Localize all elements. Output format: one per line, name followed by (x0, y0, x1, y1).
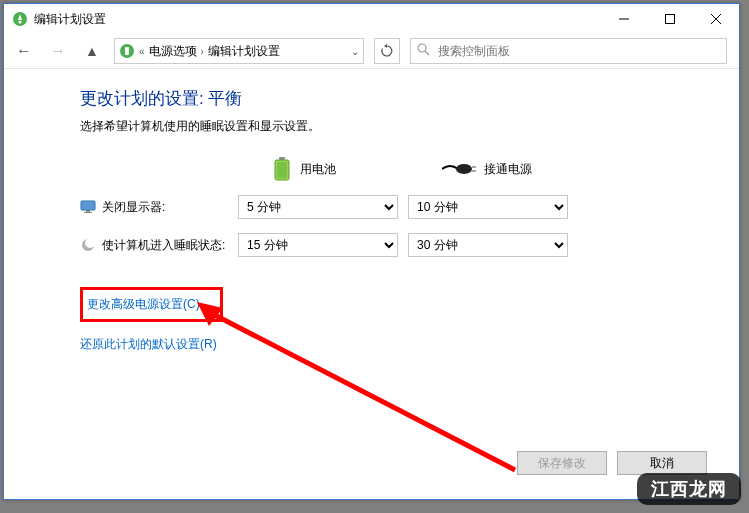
highlight-box: 更改高级电源设置(C) (80, 287, 223, 322)
back-button[interactable]: ← (12, 39, 36, 63)
window-title: 编辑计划设置 (34, 11, 106, 28)
titlebar: 编辑计划设置 (4, 4, 739, 34)
column-header-plugged: 接通电源 (408, 161, 578, 178)
svg-rect-7 (125, 47, 129, 55)
plugged-label: 接通电源 (484, 161, 532, 178)
svg-rect-17 (86, 210, 90, 212)
breadcrumb-dropdown-icon[interactable]: ⌄ (351, 46, 359, 57)
breadcrumb[interactable]: « 电源选项 › 编辑计划设置 ⌄ (114, 38, 364, 64)
close-button[interactable] (693, 4, 739, 34)
content-area: 更改计划的设置: 平衡 选择希望计算机使用的睡眠设置和显示设置。 用电池 (4, 69, 739, 353)
battery-label: 用电池 (300, 161, 336, 178)
svg-rect-3 (666, 15, 675, 24)
save-button[interactable]: 保存修改 (517, 451, 607, 475)
watermark: 江西龙网 (637, 473, 741, 505)
svg-point-13 (456, 164, 472, 174)
window-controls (601, 4, 739, 34)
links-area: 更改高级电源设置(C) 还原此计划的默认设置(R) (80, 287, 739, 353)
restore-defaults-link[interactable]: 还原此计划的默认设置(R) (80, 336, 217, 353)
row-label-sleep: 使计算机进入睡眠状态: (80, 237, 238, 254)
nav-row: ← → ▲ « 电源选项 › 编辑计划设置 ⌄ (4, 34, 739, 68)
refresh-button[interactable] (374, 38, 400, 64)
sleep-label: 使计算机进入睡眠状态: (102, 237, 225, 254)
monitor-icon (80, 199, 96, 215)
display-battery-select[interactable]: 5 分钟 (238, 195, 398, 219)
up-button[interactable]: ▲ (80, 39, 104, 63)
breadcrumb-item-1[interactable]: 电源选项 (149, 43, 197, 60)
bc-sep-icon: « (139, 46, 145, 57)
svg-line-9 (425, 51, 429, 55)
breadcrumb-icon (119, 43, 135, 59)
search-input[interactable] (436, 43, 720, 59)
settings-grid: 用电池 接通电源 关闭显示器: 5 分钟 (80, 157, 739, 257)
search-icon (417, 43, 430, 59)
svg-point-8 (418, 44, 426, 52)
minimize-button[interactable] (601, 4, 647, 34)
svg-point-1 (19, 21, 22, 24)
svg-rect-16 (81, 201, 95, 210)
breadcrumb-item-2[interactable]: 编辑计划设置 (208, 43, 280, 60)
sleep-battery-select[interactable]: 15 分钟 (238, 233, 398, 257)
cancel-button[interactable]: 取消 (617, 451, 707, 475)
svg-rect-12 (277, 162, 287, 178)
sleep-plugged-select[interactable]: 30 分钟 (408, 233, 568, 257)
chevron-right-icon: › (201, 46, 204, 57)
app-icon (12, 11, 28, 27)
forward-button[interactable]: → (46, 39, 70, 63)
plug-icon (442, 161, 476, 177)
moon-icon (80, 237, 96, 253)
display-off-label: 关闭显示器: (102, 199, 165, 216)
page-subtext: 选择希望计算机使用的睡眠设置和显示设置。 (80, 118, 739, 135)
svg-point-20 (85, 238, 95, 248)
search-box[interactable] (410, 38, 727, 64)
column-header-battery: 用电池 (238, 157, 408, 181)
battery-icon (272, 157, 292, 181)
row-label-display: 关闭显示器: (80, 199, 238, 216)
window-frame: 编辑计划设置 ← → ▲ « 电源选项 › 编辑计划设置 ⌄ (3, 3, 740, 500)
advanced-settings-link[interactable]: 更改高级电源设置(C) (87, 296, 200, 313)
display-plugged-select[interactable]: 10 分钟 (408, 195, 568, 219)
maximize-button[interactable] (647, 4, 693, 34)
page-heading: 更改计划的设置: 平衡 (80, 87, 739, 110)
svg-rect-18 (84, 212, 92, 213)
footer-buttons: 保存修改 取消 (517, 451, 707, 475)
